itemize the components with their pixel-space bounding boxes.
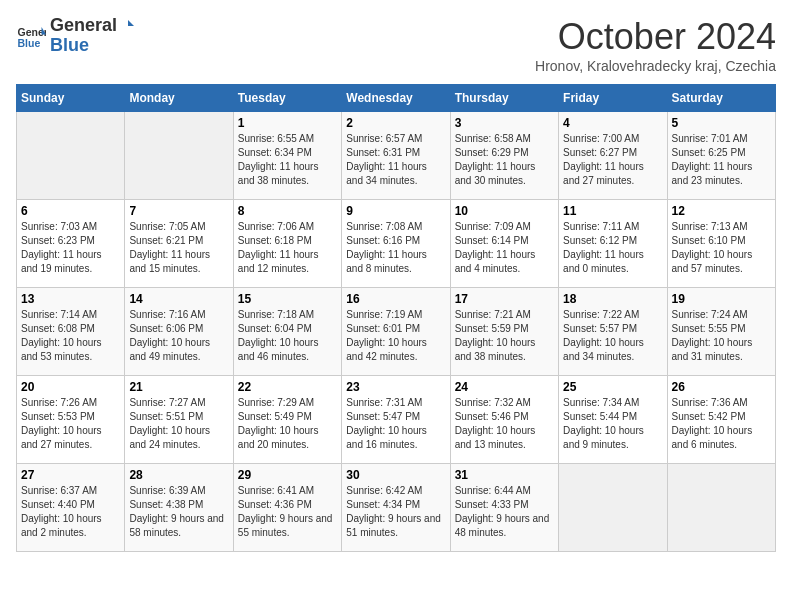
weekday-header-monday: Monday [125,85,233,112]
day-info: Sunrise: 7:00 AM Sunset: 6:27 PM Dayligh… [563,132,662,188]
calendar-cell [559,464,667,552]
calendar-cell: 21Sunrise: 7:27 AM Sunset: 5:51 PM Dayli… [125,376,233,464]
calendar-cell: 12Sunrise: 7:13 AM Sunset: 6:10 PM Dayli… [667,200,775,288]
day-info: Sunrise: 7:09 AM Sunset: 6:14 PM Dayligh… [455,220,554,276]
day-number: 15 [238,292,337,306]
day-info: Sunrise: 7:05 AM Sunset: 6:21 PM Dayligh… [129,220,228,276]
day-info: Sunrise: 6:58 AM Sunset: 6:29 PM Dayligh… [455,132,554,188]
day-number: 5 [672,116,771,130]
calendar-cell: 25Sunrise: 7:34 AM Sunset: 5:44 PM Dayli… [559,376,667,464]
calendar-cell: 6Sunrise: 7:03 AM Sunset: 6:23 PM Daylig… [17,200,125,288]
weekday-header-tuesday: Tuesday [233,85,341,112]
day-number: 12 [672,204,771,218]
day-number: 31 [455,468,554,482]
day-info: Sunrise: 7:19 AM Sunset: 6:01 PM Dayligh… [346,308,445,364]
day-number: 18 [563,292,662,306]
calendar-cell: 18Sunrise: 7:22 AM Sunset: 5:57 PM Dayli… [559,288,667,376]
calendar-week-2: 6Sunrise: 7:03 AM Sunset: 6:23 PM Daylig… [17,200,776,288]
day-info: Sunrise: 7:24 AM Sunset: 5:55 PM Dayligh… [672,308,771,364]
logo-icon: General Blue [16,21,46,51]
day-info: Sunrise: 6:42 AM Sunset: 4:34 PM Dayligh… [346,484,445,540]
day-info: Sunrise: 7:18 AM Sunset: 6:04 PM Dayligh… [238,308,337,364]
calendar-cell: 16Sunrise: 7:19 AM Sunset: 6:01 PM Dayli… [342,288,450,376]
day-number: 14 [129,292,228,306]
day-info: Sunrise: 7:32 AM Sunset: 5:46 PM Dayligh… [455,396,554,452]
day-number: 27 [21,468,120,482]
day-info: Sunrise: 7:06 AM Sunset: 6:18 PM Dayligh… [238,220,337,276]
day-number: 11 [563,204,662,218]
day-number: 20 [21,380,120,394]
day-info: Sunrise: 7:08 AM Sunset: 6:16 PM Dayligh… [346,220,445,276]
day-number: 9 [346,204,445,218]
day-number: 2 [346,116,445,130]
calendar-cell: 17Sunrise: 7:21 AM Sunset: 5:59 PM Dayli… [450,288,558,376]
calendar-cell: 8Sunrise: 7:06 AM Sunset: 6:18 PM Daylig… [233,200,341,288]
day-info: Sunrise: 7:36 AM Sunset: 5:42 PM Dayligh… [672,396,771,452]
logo-wing-icon [118,18,134,34]
day-info: Sunrise: 6:41 AM Sunset: 4:36 PM Dayligh… [238,484,337,540]
logo-text-line2: Blue [50,36,134,56]
day-info: Sunrise: 7:01 AM Sunset: 6:25 PM Dayligh… [672,132,771,188]
day-info: Sunrise: 7:16 AM Sunset: 6:06 PM Dayligh… [129,308,228,364]
calendar-header: SundayMondayTuesdayWednesdayThursdayFrid… [17,85,776,112]
svg-marker-3 [128,20,134,26]
calendar-cell: 11Sunrise: 7:11 AM Sunset: 6:12 PM Dayli… [559,200,667,288]
day-number: 22 [238,380,337,394]
day-info: Sunrise: 6:44 AM Sunset: 4:33 PM Dayligh… [455,484,554,540]
day-info: Sunrise: 7:29 AM Sunset: 5:49 PM Dayligh… [238,396,337,452]
day-info: Sunrise: 7:34 AM Sunset: 5:44 PM Dayligh… [563,396,662,452]
day-info: Sunrise: 7:03 AM Sunset: 6:23 PM Dayligh… [21,220,120,276]
day-number: 26 [672,380,771,394]
weekday-header-row: SundayMondayTuesdayWednesdayThursdayFrid… [17,85,776,112]
day-info: Sunrise: 7:13 AM Sunset: 6:10 PM Dayligh… [672,220,771,276]
day-info: Sunrise: 7:27 AM Sunset: 5:51 PM Dayligh… [129,396,228,452]
calendar-cell: 7Sunrise: 7:05 AM Sunset: 6:21 PM Daylig… [125,200,233,288]
day-number: 17 [455,292,554,306]
location: Hronov, Kralovehradecky kraj, Czechia [535,58,776,74]
day-number: 8 [238,204,337,218]
calendar-cell: 1Sunrise: 6:55 AM Sunset: 6:34 PM Daylig… [233,112,341,200]
calendar-cell: 19Sunrise: 7:24 AM Sunset: 5:55 PM Dayli… [667,288,775,376]
weekday-header-sunday: Sunday [17,85,125,112]
calendar-cell [17,112,125,200]
calendar-cell: 29Sunrise: 6:41 AM Sunset: 4:36 PM Dayli… [233,464,341,552]
day-info: Sunrise: 7:21 AM Sunset: 5:59 PM Dayligh… [455,308,554,364]
day-number: 21 [129,380,228,394]
calendar-cell: 31Sunrise: 6:44 AM Sunset: 4:33 PM Dayli… [450,464,558,552]
day-number: 4 [563,116,662,130]
calendar-cell: 4Sunrise: 7:00 AM Sunset: 6:27 PM Daylig… [559,112,667,200]
day-info: Sunrise: 7:22 AM Sunset: 5:57 PM Dayligh… [563,308,662,364]
calendar-cell: 10Sunrise: 7:09 AM Sunset: 6:14 PM Dayli… [450,200,558,288]
day-info: Sunrise: 6:37 AM Sunset: 4:40 PM Dayligh… [21,484,120,540]
calendar-cell: 20Sunrise: 7:26 AM Sunset: 5:53 PM Dayli… [17,376,125,464]
day-number: 13 [21,292,120,306]
calendar-cell: 23Sunrise: 7:31 AM Sunset: 5:47 PM Dayli… [342,376,450,464]
calendar-cell: 3Sunrise: 6:58 AM Sunset: 6:29 PM Daylig… [450,112,558,200]
calendar-cell: 2Sunrise: 6:57 AM Sunset: 6:31 PM Daylig… [342,112,450,200]
calendar-cell: 9Sunrise: 7:08 AM Sunset: 6:16 PM Daylig… [342,200,450,288]
calendar-cell: 14Sunrise: 7:16 AM Sunset: 6:06 PM Dayli… [125,288,233,376]
day-info: Sunrise: 7:31 AM Sunset: 5:47 PM Dayligh… [346,396,445,452]
page-header: General Blue General Blue October 2024 H… [16,16,776,74]
calendar-cell: 22Sunrise: 7:29 AM Sunset: 5:49 PM Dayli… [233,376,341,464]
day-number: 16 [346,292,445,306]
day-number: 29 [238,468,337,482]
calendar-cell: 24Sunrise: 7:32 AM Sunset: 5:46 PM Dayli… [450,376,558,464]
day-info: Sunrise: 7:14 AM Sunset: 6:08 PM Dayligh… [21,308,120,364]
calendar-cell [667,464,775,552]
calendar-cell: 13Sunrise: 7:14 AM Sunset: 6:08 PM Dayli… [17,288,125,376]
day-number: 19 [672,292,771,306]
weekday-header-wednesday: Wednesday [342,85,450,112]
svg-text:Blue: Blue [18,36,41,48]
calendar-week-3: 13Sunrise: 7:14 AM Sunset: 6:08 PM Dayli… [17,288,776,376]
weekday-header-saturday: Saturday [667,85,775,112]
calendar-cell: 15Sunrise: 7:18 AM Sunset: 6:04 PM Dayli… [233,288,341,376]
month-title: October 2024 [535,16,776,58]
title-area: October 2024 Hronov, Kralovehradecky kra… [535,16,776,74]
calendar-cell: 28Sunrise: 6:39 AM Sunset: 4:38 PM Dayli… [125,464,233,552]
day-info: Sunrise: 6:57 AM Sunset: 6:31 PM Dayligh… [346,132,445,188]
day-number: 1 [238,116,337,130]
calendar-cell: 5Sunrise: 7:01 AM Sunset: 6:25 PM Daylig… [667,112,775,200]
logo-text-line1: General [50,16,134,36]
weekday-header-thursday: Thursday [450,85,558,112]
